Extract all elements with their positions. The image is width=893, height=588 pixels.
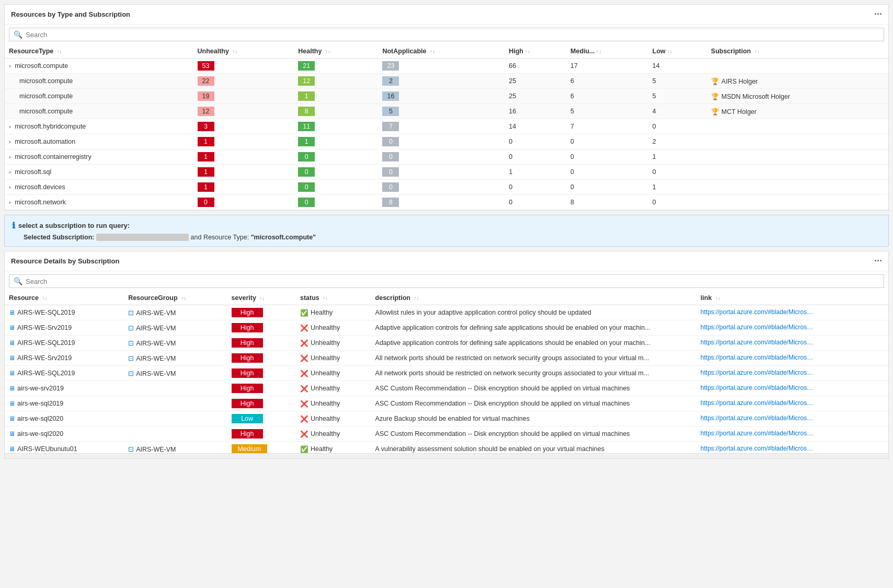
rg-icon: ⊡ — [128, 309, 134, 317]
cell-severity: High — [227, 426, 296, 442]
table-row[interactable]: › microsoft.sql 1 0 0 1 0 0 — [5, 165, 888, 180]
col-medium[interactable]: Mediu...↑↓ — [566, 44, 648, 59]
cell-healthy: 1 — [294, 134, 378, 149]
link-anchor[interactable]: https://portal.azure.com/#blade/Microsof… — [701, 445, 816, 452]
link-anchor[interactable]: https://portal.azure.com/#blade/Microsof… — [701, 308, 816, 316]
panel2-search-icon: 🔍 — [14, 277, 22, 285]
col-unhealthy[interactable]: Unhealthy ↑↓ — [193, 44, 294, 59]
col-high[interactable]: High↑↓ — [505, 44, 566, 59]
cell-resource-group: ⊡AIRS-WE-VM — [124, 305, 227, 320]
panel2-search-input[interactable] — [26, 278, 879, 285]
cell-high: 0 — [505, 195, 566, 210]
table-row[interactable]: › microsoft.compute 53 21 23 66 17 14 — [5, 59, 888, 74]
table-row[interactable]: 🖥airs-we-sql2020 Low ❌ Unhealthy Azure B… — [5, 411, 888, 426]
cell-unhealthy: 19 — [193, 89, 294, 104]
table-row[interactable]: 🖥AIRS-WEUbunutu01 ⊡AIRS-WE-VM Medium ✅ H… — [5, 442, 888, 454]
table-row[interactable]: 🖥AIRS-WE-SQL2019 ⊡AIRS-WE-VM High ❌ Unhe… — [5, 366, 888, 381]
link-anchor[interactable]: https://portal.azure.com/#blade/Microsof… — [701, 369, 816, 376]
cell-not-applicable: 5 — [378, 104, 505, 119]
link-anchor[interactable]: https://portal.azure.com/#blade/Microsof… — [701, 414, 816, 422]
table-row[interactable]: 🖥airs-we-sql2019 High ❌ Unhealthy ASC Cu… — [5, 396, 888, 411]
table-row[interactable]: 🖥airs-we-srv2019 High ❌ Unhealthy ASC Cu… — [5, 381, 888, 396]
col2-resource[interactable]: Resource ↑↓ — [5, 291, 124, 305]
table-row[interactable]: › microsoft.hybridcompute 3 11 7 14 7 0 — [5, 119, 888, 134]
bottom-scrollbar[interactable] — [5, 453, 888, 458]
cell-description: Allowlist rules in your adaptive applica… — [371, 305, 696, 320]
table-row[interactable]: › microsoft.containerregistry 1 0 0 0 0 … — [5, 149, 888, 165]
table-row[interactable]: 🖥AIRS-WE-Srv2019 ⊡AIRS-WE-VM High ❌ Unhe… — [5, 351, 888, 366]
col2-severity[interactable]: severity ↑↓ — [227, 291, 296, 305]
link-anchor[interactable]: https://portal.azure.com/#blade/Microsof… — [701, 384, 816, 391]
cell-link[interactable]: https://portal.azure.com/#blade/Microsof… — [696, 411, 888, 426]
cell-severity: High — [227, 336, 296, 351]
status-unhealthy: ❌ Unhealthy — [300, 370, 367, 377]
cell-medium: 8 — [566, 195, 648, 210]
cell-link[interactable]: https://portal.azure.com/#blade/Microsof… — [696, 305, 888, 320]
cell-link[interactable]: https://portal.azure.com/#blade/Microsof… — [696, 351, 888, 366]
cell-resource: 🖥AIRS-WE-SQL2019 — [5, 305, 124, 320]
cell-medium: 0 — [566, 134, 648, 149]
panel2-title: Resource Details by Subscription — [11, 257, 119, 265]
cell-low: 0 — [648, 119, 707, 134]
col-subscription[interactable]: Subscription ↑↓ — [707, 44, 888, 59]
cell-resource-group: ⊡AIRS-WE-VM — [124, 320, 227, 336]
resource-icon: 🖥 — [9, 309, 15, 316]
cell-link[interactable]: https://portal.azure.com/#blade/Microsof… — [696, 426, 888, 442]
resource-icon: 🖥 — [9, 354, 15, 362]
cell-description: ASC Custom Recommendation -- Disk encryp… — [371, 426, 696, 442]
panel1-options[interactable]: ··· — [874, 9, 882, 20]
cell-high: 25 — [505, 89, 566, 104]
cell-not-applicable: 0 — [378, 134, 505, 149]
col-not-applicable[interactable]: NotApplicable ↑↓ — [378, 44, 505, 59]
col-low[interactable]: Low↑↓ — [648, 44, 707, 59]
col-healthy[interactable]: Healthy ↑↓ — [294, 44, 378, 59]
table-row[interactable]: › microsoft.devices 1 0 0 0 0 1 — [5, 180, 888, 195]
cell-resource: 🖥AIRS-WE-Srv2019 — [5, 320, 124, 336]
cell-link[interactable]: https://portal.azure.com/#blade/Microsof… — [696, 366, 888, 381]
table-row[interactable]: › microsoft.automation 1 1 0 0 0 2 — [5, 134, 888, 149]
resource-icon: 🖥 — [9, 370, 15, 377]
table-row[interactable]: 🖥airs-we-sql2020 High ❌ Unhealthy ASC Cu… — [5, 426, 888, 442]
cell-resource: 🖥airs-we-sql2020 — [5, 426, 124, 442]
panel2-options[interactable]: ··· — [874, 256, 882, 267]
cell-not-applicable: 23 — [378, 59, 505, 74]
cell-link[interactable]: https://portal.azure.com/#blade/Microsof… — [696, 336, 888, 351]
col-resource-type[interactable]: ResourceType ↑↓ — [5, 44, 193, 59]
panel1-header-row: ResourceType ↑↓ Unhealthy ↑↓ Healthy ↑↓ … — [5, 44, 888, 59]
status-unhealthy: ❌ Unhealthy — [300, 400, 367, 408]
link-anchor[interactable]: https://portal.azure.com/#blade/Microsof… — [701, 354, 816, 361]
cell-description: Azure Backup should be enabled for virtu… — [371, 411, 696, 426]
cell-description: Adaptive application controls for defini… — [371, 320, 696, 336]
table-row: microsoft.compute 22 12 2 25 6 5 🏆AIRS H… — [5, 74, 888, 89]
cell-resource-group: ⊡AIRS-WE-VM — [124, 442, 227, 454]
table-row[interactable]: › microsoft.network 0 0 8 0 8 0 — [5, 195, 888, 210]
table-row[interactable]: 🖥AIRS-WE-Srv2019 ⊡AIRS-WE-VM High ❌ Unhe… — [5, 320, 888, 336]
link-anchor[interactable]: https://portal.azure.com/#blade/Microsof… — [701, 430, 816, 437]
cell-link[interactable]: https://portal.azure.com/#blade/Microsof… — [696, 381, 888, 396]
cell-subscription — [707, 59, 888, 74]
cell-medium: 6 — [566, 89, 648, 104]
table-row[interactable]: 🖥AIRS-WE-SQL2019 ⊡AIRS-WE-VM High ❌ Unhe… — [5, 336, 888, 351]
cell-severity: Medium — [227, 442, 296, 454]
cell-resource: 🖥AIRS-WE-SQL2019 — [5, 336, 124, 351]
link-anchor[interactable]: https://portal.azure.com/#blade/Microsof… — [701, 399, 816, 407]
col2-resource-group[interactable]: ResourceGroup ↑↓ — [124, 291, 227, 305]
col2-status[interactable]: status ↑↓ — [296, 291, 371, 305]
col2-link[interactable]: link ↑↓ — [696, 291, 888, 305]
cell-high: 25 — [505, 74, 566, 89]
table-row[interactable]: 🖥AIRS-WE-SQL2019 ⊡AIRS-WE-VM High ✅ Heal… — [5, 305, 888, 320]
cell-low: 5 — [648, 74, 707, 89]
chevron-icon: › — [9, 199, 11, 205]
cell-not-applicable: 8 — [378, 195, 505, 210]
cell-link[interactable]: https://portal.azure.com/#blade/Microsof… — [696, 442, 888, 454]
panel2-table-container: Resource ↑↓ ResourceGroup ↑↓ severity ↑↓… — [5, 291, 888, 453]
panel1-search-input[interactable] — [26, 31, 879, 39]
cell-link[interactable]: https://portal.azure.com/#blade/Microsof… — [696, 320, 888, 336]
link-anchor[interactable]: https://portal.azure.com/#blade/Microsof… — [701, 339, 816, 346]
info-banner-subtitle: Selected Subscription: and Resource Type… — [12, 234, 881, 241]
link-anchor[interactable]: https://portal.azure.com/#blade/Microsof… — [701, 324, 816, 331]
chevron-icon: › — [9, 169, 11, 175]
status-healthy: ✅ Healthy — [300, 445, 367, 453]
cell-link[interactable]: https://portal.azure.com/#blade/Microsof… — [696, 396, 888, 411]
col2-description[interactable]: description ↑↓ — [371, 291, 696, 305]
